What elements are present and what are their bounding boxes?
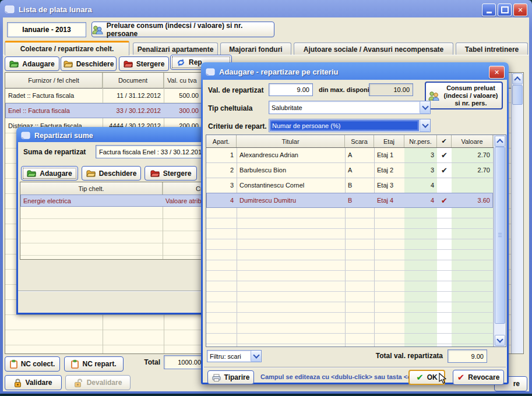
chevron-down-icon — [496, 336, 503, 342]
preluare-consum-button[interactable]: Preluare consum (indecsi / valoare) si n… — [91, 22, 274, 37]
adaugare-button[interactable]: Adaugare — [5, 56, 59, 71]
rep-deschidere-label: Deschidere — [99, 169, 137, 178]
col-valoare: Valoare — [452, 135, 493, 147]
stergere-button[interactable]: Stergere — [119, 56, 169, 71]
cell-titular: Dumitrescu Dumitru — [237, 193, 345, 208]
nc-repart-label: NC repart. — [82, 360, 116, 368]
lock-open-icon — [74, 379, 83, 387]
cell-checkbox[interactable]: ✔ — [437, 193, 452, 208]
col-document: Document — [103, 73, 164, 88]
max-disponibil-field: 10.00 — [369, 83, 413, 96]
deschidere-label: Deschidere — [76, 60, 114, 68]
dropdown-button[interactable] — [420, 101, 430, 114]
cell-scara: B — [345, 178, 374, 193]
cell-scara: A — [345, 162, 374, 178]
rep-deschidere-button[interactable]: Deschidere — [82, 166, 141, 181]
suma-label: Suma de repartizat — [23, 148, 86, 156]
tab-penalizari[interactable]: Penalizari apartamente — [133, 43, 218, 55]
scroll-down-arrow[interactable] — [495, 335, 505, 346]
revocare-button[interactable]: ✔ Revocare — [453, 370, 504, 385]
dropdown-button[interactable] — [420, 119, 430, 132]
criteriu-repart-label: Criteriu de repart. — [208, 122, 267, 130]
total-field: 1000.00 — [164, 355, 205, 369]
filtru-scari-select[interactable]: Filtru: scari — [207, 350, 262, 362]
nc-colect-button[interactable]: NC colect. — [5, 356, 60, 372]
check-red-icon: ✔ — [457, 372, 465, 383]
recycle-icon — [177, 58, 185, 67]
cell-valoare: 2.70 — [452, 147, 493, 162]
criteriu-repart-select[interactable]: Numar de persoane (%) — [269, 119, 431, 132]
main-table-scrollbar[interactable] — [511, 73, 523, 353]
apartamente-scrollbar[interactable] — [494, 135, 506, 346]
cell-checkbox[interactable] — [437, 178, 452, 193]
repartizare-label: Rep — [189, 58, 202, 66]
cell-titular: Barbulescu Bion — [237, 162, 345, 178]
tiparire-button[interactable]: Tiparire — [207, 370, 254, 384]
rep-stergere-button[interactable]: Stergere — [145, 166, 197, 181]
cell-nrpers: 4 — [404, 178, 437, 193]
rep-adaugare-button[interactable]: Adaugare — [21, 166, 78, 181]
scroll-up-arrow[interactable] — [512, 73, 523, 84]
scroll-up-arrow[interactable] — [495, 136, 505, 147]
col-check: ✔ — [437, 135, 452, 147]
printer-icon — [212, 374, 221, 381]
total-repartizata-field: 9.00 — [448, 349, 487, 363]
dropdown-button[interactable] — [251, 351, 261, 362]
validare-button[interactable]: Validare — [5, 375, 62, 390]
tab-colectare-repartizare[interactable]: Colectare / repartizare chelt. — [5, 41, 129, 55]
rep-stergere-label: Stergere — [163, 169, 192, 178]
clipboard-icon — [71, 360, 79, 369]
cell-furnizor: Enel :: Factura fiscala — [5, 103, 103, 118]
apartamente-table: Apart. Titular Scara Etaj Nr.pers. ✔ Val… — [206, 135, 506, 347]
folder-delete-icon — [150, 169, 160, 177]
scrollbar-thumb[interactable] — [512, 85, 523, 105]
edit-hint: Campul se editeaza cu <dublu-click> sau … — [260, 373, 427, 380]
apartament-row[interactable]: 1 Alexandrescu Adrian A Etaj 1 3 ✔ 2.70 — [206, 147, 493, 163]
folder-open-icon — [64, 60, 73, 68]
check-green-icon: ✔ — [416, 372, 424, 383]
cell-checkbox[interactable]: ✔ — [437, 162, 452, 178]
stergere-label: Stergere — [136, 60, 165, 68]
tiparire-label: Tiparire — [224, 373, 250, 381]
nc-colect-label: NC colect. — [21, 360, 55, 368]
consum-preluat-button[interactable]: Consum preluat (indecsi / valoare) si nr… — [425, 82, 503, 109]
lock-closed-icon — [14, 379, 22, 387]
apartament-row-selected[interactable]: 4 Dumitrescu Dumitru B Etaj 4 4 ✔ 3.60 — [206, 193, 493, 208]
cell-tip-chelt: Energie electrica — [20, 195, 163, 207]
cell-furnizor: Radet :: Factura fiscala — [5, 88, 103, 103]
col-titular: Titular — [237, 135, 345, 147]
col-apart: Apart. — [206, 135, 237, 147]
cell-titular: Constantinescu Cornel — [237, 178, 345, 193]
scrollbar-thumb[interactable] — [495, 147, 505, 324]
devalidare-button[interactable]: Devalidare — [65, 375, 131, 390]
cell-apart: 3 — [206, 178, 237, 193]
table-row-selected[interactable]: Enel :: Factura fiscala 33 / 30.12.2012 … — [5, 103, 222, 118]
folder-open-icon — [86, 169, 96, 177]
apartament-row[interactable]: 2 Barbulescu Bion A Etaj 2 3 ✔ 2.70 — [206, 162, 493, 178]
col-tip-chelt: Tip chelt. — [20, 182, 163, 195]
apartamente-table-header: Apart. Titular Scara Etaj Nr.pers. ✔ Val… — [206, 135, 506, 148]
cell-valoare: 3.60 — [452, 193, 493, 208]
cell-document: 11 / 31.12.2012 — [103, 88, 164, 103]
col-furnizor: Furnizor / fel chelt — [5, 73, 103, 88]
col-scara: Scara — [345, 135, 374, 147]
cell-checkbox[interactable]: ✔ — [437, 147, 452, 162]
val-repartizat-input[interactable]: 9.00 — [269, 83, 313, 96]
rep-adaugare-label: Adaugare — [40, 169, 72, 178]
tab-label: Majorari fonduri — [229, 45, 282, 54]
clipboard-icon — [10, 360, 17, 369]
tab-majorari[interactable]: Majorari fonduri — [220, 43, 291, 55]
tip-cheltuiala-select[interactable]: Salubritate — [269, 101, 431, 114]
tab-ajutoare[interactable]: Ajutoare sociale / Avansuri necompensate — [294, 43, 453, 55]
folder-add-icon — [27, 169, 36, 177]
nc-repart-button[interactable]: NC repart. — [64, 356, 124, 372]
chevron-up-icon — [514, 76, 520, 83]
tab-tabel-intretinere[interactable]: Tabel intretinere — [456, 43, 528, 55]
apartament-row[interactable]: 3 Constantinescu Cornel B Etaj 3 4 — [206, 178, 493, 193]
chevron-down-icon — [253, 352, 259, 358]
folder-add-icon — [9, 60, 19, 68]
table-row[interactable]: Radet :: Factura fiscala 11 / 31.12.2012… — [5, 88, 222, 103]
deschidere-button[interactable]: Deschidere — [61, 56, 117, 71]
max-disponibil-label: din max. disponibil — [319, 86, 377, 93]
period-field[interactable]: Ianuarie - 2013 — [7, 22, 86, 37]
